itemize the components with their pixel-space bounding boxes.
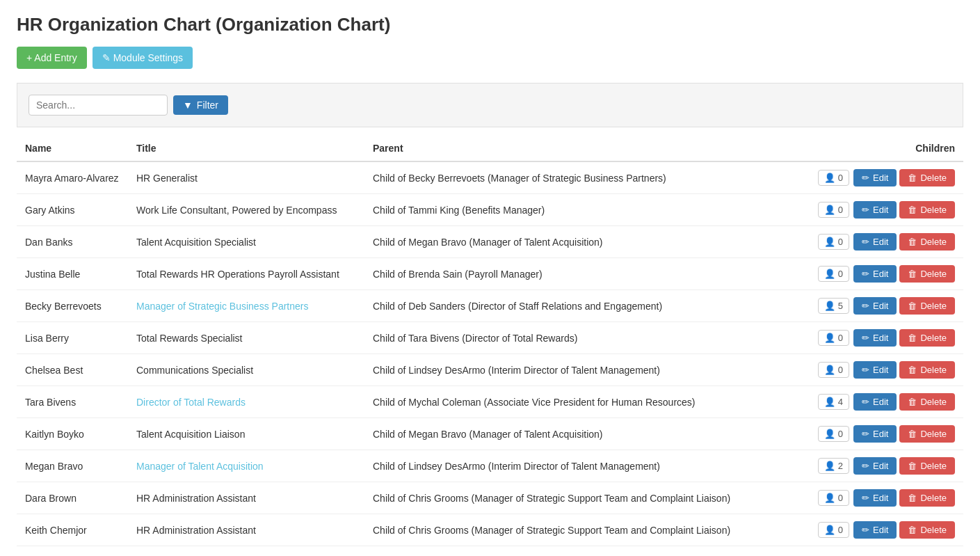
table-row: Justina BelleTotal Rewards HR Operations…	[17, 258, 963, 290]
delete-button[interactable]: 🗑 Delete	[899, 201, 955, 219]
delete-button[interactable]: 🗑 Delete	[899, 329, 955, 347]
delete-button[interactable]: 🗑 Delete	[899, 265, 955, 283]
cell-parent: Child of Mychal Coleman (Associate Vice …	[364, 386, 810, 418]
edit-button[interactable]: ✏ Edit	[853, 393, 897, 411]
delete-button[interactable]: 🗑 Delete	[899, 489, 955, 507]
people-icon: 👤	[824, 525, 835, 535]
cell-title: Total Rewards Specialist	[128, 322, 364, 354]
edit-button[interactable]: ✏ Edit	[853, 169, 897, 186]
people-icon: 👤	[824, 429, 835, 439]
cell-parent: Child of Megan Bravo (Manager of Talent …	[364, 226, 810, 258]
people-icon: 👤	[824, 301, 835, 311]
page-title: HR Organization Chart (Organization Char…	[17, 14, 963, 35]
delete-button[interactable]: 🗑 Delete	[899, 521, 955, 539]
delete-button[interactable]: 🗑 Delete	[899, 297, 955, 315]
edit-icon: ✏	[862, 365, 869, 375]
table-row: Lisa BerryTotal Rewards SpecialistChild …	[17, 322, 963, 354]
toolbar: + Add Entry ✎ Module Settings	[17, 47, 963, 69]
table-row: Gary AtkinsWork Life Consultant, Powered…	[17, 194, 963, 226]
search-bar: ▼ Filter	[17, 83, 963, 127]
trash-icon: 🗑	[908, 493, 917, 503]
cell-title: HR Administration Assistant	[128, 482, 364, 514]
children-badge: 👤 0	[818, 362, 849, 378]
trash-icon: 🗑	[908, 461, 917, 471]
edit-icon: ✏	[862, 301, 869, 311]
delete-button[interactable]: 🗑 Delete	[899, 361, 955, 379]
trash-icon: 🗑	[908, 397, 917, 407]
children-badge: 👤 0	[818, 266, 849, 282]
cell-children: 👤 0✏ Edit🗑 Delete	[810, 482, 963, 514]
cell-title: Talent Acquisition Specialist	[128, 226, 364, 258]
edit-button[interactable]: ✏ Edit	[853, 201, 897, 219]
delete-button[interactable]: 🗑 Delete	[899, 233, 955, 251]
people-icon: 👤	[824, 493, 835, 503]
search-input[interactable]	[29, 95, 168, 116]
trash-icon: 🗑	[908, 205, 917, 215]
col-parent: Parent	[364, 136, 810, 161]
cell-name: Tara Bivens	[17, 386, 128, 418]
edit-button[interactable]: ✏ Edit	[853, 521, 897, 539]
cell-title: HR Administration Assistant	[128, 514, 364, 546]
cell-parent: Child of Lindsey DesArmo (Interim Direct…	[364, 450, 810, 482]
edit-button[interactable]: ✏ Edit	[853, 265, 897, 283]
people-icon: 👤	[824, 333, 835, 343]
edit-button[interactable]: ✏ Edit	[853, 297, 897, 315]
cell-title: HR Generalist	[128, 161, 364, 194]
col-name: Name	[17, 136, 128, 161]
filter-button[interactable]: ▼ Filter	[173, 95, 228, 115]
cell-title: Talent Acquisition Liaison	[128, 418, 364, 450]
children-badge: 👤 0	[818, 522, 849, 538]
cell-children: 👤 5✏ Edit🗑 Delete	[810, 290, 963, 322]
table-row: Mayra Amaro-AlvarezHR GeneralistChild of…	[17, 161, 963, 194]
cell-children: 👤 0✏ Edit🗑 Delete	[810, 354, 963, 386]
delete-button[interactable]: 🗑 Delete	[899, 425, 955, 443]
cell-name: Megan Bravo	[17, 450, 128, 482]
trash-icon: 🗑	[908, 269, 917, 279]
edit-button[interactable]: ✏ Edit	[853, 457, 897, 475]
cell-children: 👤 0✏ Edit🗑 Delete	[810, 418, 963, 450]
children-badge: 👤 0	[818, 330, 849, 346]
cell-children: 👤 0✏ Edit🗑 Delete	[810, 161, 963, 194]
cell-children: 👤 4✏ Edit🗑 Delete	[810, 386, 963, 418]
edit-icon: ✏	[862, 269, 869, 279]
cell-children: 👤 2✏ Edit🗑 Delete	[810, 450, 963, 482]
edit-icon: ✏	[862, 397, 869, 407]
people-icon: 👤	[824, 397, 835, 407]
cell-name: Keith Chemjor	[17, 514, 128, 546]
delete-button[interactable]: 🗑 Delete	[899, 393, 955, 411]
cell-name: Mayra Amaro-Alvarez	[17, 161, 128, 194]
add-entry-button[interactable]: + Add Entry	[17, 47, 87, 69]
module-settings-button[interactable]: ✎ Module Settings	[93, 47, 193, 69]
cell-name: Dan Banks	[17, 226, 128, 258]
people-icon: 👤	[824, 173, 835, 183]
edit-button[interactable]: ✏ Edit	[853, 489, 897, 507]
edit-icon: ✏	[862, 205, 869, 215]
cell-children: 👤 0✏ Edit🗑 Delete	[810, 194, 963, 226]
delete-button[interactable]: 🗑 Delete	[899, 169, 955, 186]
edit-icon: ✏	[862, 173, 869, 183]
edit-button[interactable]: ✏ Edit	[853, 425, 897, 443]
cell-title: Director of Total Rewards	[128, 386, 364, 418]
cell-parent: Child of Brenda Sain (Payroll Manager)	[364, 258, 810, 290]
children-badge: 👤 2	[818, 458, 849, 474]
edit-icon: ✏	[862, 333, 869, 343]
filter-icon: ▼	[183, 100, 193, 111]
table-row: Tara BivensDirector of Total RewardsChil…	[17, 386, 963, 418]
cell-children: 👤 0✏ Edit🗑 Delete	[810, 514, 963, 546]
cell-title: Manager of Strategic Business Partners	[128, 290, 364, 322]
children-badge: 👤 0	[818, 490, 849, 506]
trash-icon: 🗑	[908, 333, 917, 343]
children-badge: 👤 0	[818, 170, 849, 186]
trash-icon: 🗑	[908, 525, 917, 535]
edit-button[interactable]: ✏ Edit	[853, 361, 897, 379]
trash-icon: 🗑	[908, 429, 917, 439]
trash-icon: 🗑	[908, 301, 917, 311]
table-row: Dara BrownHR Administration AssistantChi…	[17, 482, 963, 514]
cell-title: Manager of Talent Acquisition	[128, 450, 364, 482]
cell-title: Communications Specialist	[128, 354, 364, 386]
edit-icon: ✏	[862, 461, 869, 471]
filter-label: Filter	[197, 100, 218, 111]
edit-button[interactable]: ✏ Edit	[853, 329, 897, 347]
edit-button[interactable]: ✏ Edit	[853, 233, 897, 251]
delete-button[interactable]: 🗑 Delete	[899, 457, 955, 475]
